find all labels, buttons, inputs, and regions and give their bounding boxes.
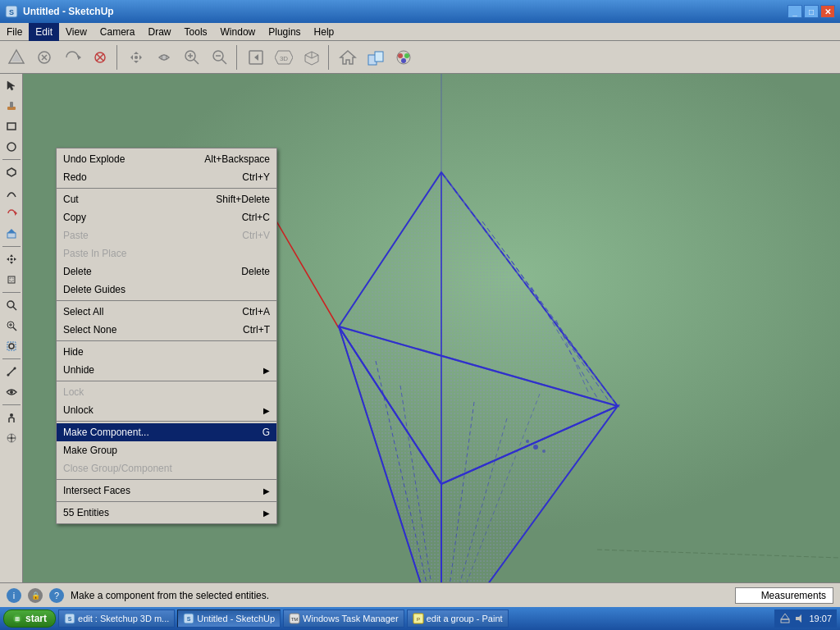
tool-polygon[interactable]	[2, 162, 21, 182]
toolbar-btn-3[interactable]	[59, 44, 85, 71]
app-icon: S	[5, 5, 18, 18]
toolbar-home[interactable]	[335, 44, 361, 71]
menu-plugins[interactable]: Plugins	[262, 23, 307, 41]
tool-move[interactable]	[2, 249, 21, 269]
taskbar-item-2[interactable]: S Untitled - SketchUp	[177, 609, 281, 628]
menu-window[interactable]: Window	[214, 23, 262, 41]
tool-circle[interactable]	[2, 137, 21, 157]
taskbar-item-3[interactable]: TM Windows Task Manager	[283, 609, 404, 628]
svg-text:TM: TM	[291, 617, 299, 622]
menu-unhide[interactable]: Unhide ▶	[57, 361, 276, 379]
menu-copy[interactable]: Copy Ctrl+C	[57, 208, 276, 226]
left-sep-4	[2, 358, 21, 359]
menu-camera[interactable]: Camera	[94, 23, 142, 41]
minimize-button[interactable]: _	[788, 5, 802, 18]
toolbar-materials[interactable]	[390, 44, 417, 71]
toolbar-btn-4[interactable]	[87, 44, 113, 71]
menu-select-none[interactable]: Select None Ctrl+T	[57, 321, 276, 339]
taskbar-tray: 19:07	[774, 609, 837, 628]
toolbar-components[interactable]	[363, 44, 389, 71]
toolbar-sep-3	[328, 45, 331, 70]
menu-lock: Lock	[57, 383, 276, 401]
toolbar-zoom-out[interactable]	[207, 44, 233, 71]
main-area: Undo Explode Alt+Backspace Redo Ctrl+Y C…	[0, 74, 840, 582]
left-sep-2	[2, 246, 21, 247]
toolbar-btn-1[interactable]	[3, 44, 30, 71]
menu-cut[interactable]: Cut Shift+Delete	[57, 190, 276, 208]
start-label: start	[25, 613, 47, 624]
menu-select-all[interactable]: Select All Ctrl+A	[57, 303, 276, 321]
menu-55-entities[interactable]: 55 Entities ▶	[57, 504, 276, 522]
tool-paint[interactable]	[2, 96, 21, 116]
tool-select[interactable]	[2, 75, 21, 95]
svg-point-82	[542, 450, 546, 453]
tool-pushpull[interactable]	[2, 224, 21, 244]
menu-file[interactable]: File	[0, 23, 29, 41]
toolbar-pan[interactable]	[123, 44, 149, 71]
menu-help[interactable]: Help	[308, 23, 341, 41]
toolbar-next-view[interactable]: 3D	[271, 44, 297, 71]
svg-rect-38	[10, 278, 13, 281]
menu-intersect-faces[interactable]: Intersect Faces ▶	[57, 482, 276, 500]
menu-unlock[interactable]: Unlock ▶	[57, 401, 276, 419]
menu-delete[interactable]: Delete Delete	[57, 262, 276, 281]
taskbar-item-1[interactable]: S edit : Sketchup 3D m...	[58, 609, 175, 628]
toolbar-btn-2[interactable]	[31, 44, 57, 71]
tool-zoom-window[interactable]	[2, 316, 21, 336]
svg-point-48	[7, 374, 9, 377]
tool-eye[interactable]	[2, 382, 21, 402]
toolbar-iso[interactable]	[299, 44, 325, 71]
svg-point-36	[10, 258, 12, 261]
svg-point-39	[7, 301, 14, 308]
toolbar-prev-view[interactable]	[243, 44, 269, 71]
tool-offset[interactable]	[2, 270, 21, 290]
status-message: Make a component from the selected entit…	[71, 590, 728, 601]
svg-marker-95	[796, 614, 801, 623]
menu-bar: File Edit View Camera Draw Tools Window …	[0, 23, 840, 41]
svg-rect-22	[375, 52, 383, 62]
maximize-button[interactable]: □	[804, 5, 819, 18]
close-button[interactable]: ✕	[820, 5, 835, 18]
svg-marker-35	[7, 229, 16, 233]
info-icon: i	[7, 588, 21, 603]
menu-edit[interactable]: Edit	[29, 23, 59, 41]
tool-zoom-extents[interactable]	[2, 336, 21, 356]
toolbar-zoom-in[interactable]	[179, 44, 205, 71]
svg-marker-17	[254, 54, 258, 61]
menu-view[interactable]: View	[59, 23, 94, 41]
svg-point-81	[526, 440, 529, 443]
svg-point-8	[162, 55, 167, 60]
taskbar-item-4[interactable]: P edit a group - Paint	[407, 609, 509, 628]
menu-tools[interactable]: Tools	[178, 23, 214, 41]
start-button[interactable]: ⊞ start	[3, 609, 56, 628]
tool-person[interactable]	[2, 408, 21, 427]
menu-redo[interactable]: Redo Ctrl+Y	[57, 168, 276, 186]
left-sep-5	[2, 404, 21, 405]
menu-draw[interactable]: Draw	[142, 23, 178, 41]
window-title: Untitled - SketchUp	[23, 6, 114, 17]
menu-undo-explode[interactable]: Undo Explode Alt+Backspace	[57, 150, 276, 168]
menu-section-undoredo: Undo Explode Alt+Backspace Redo Ctrl+Y	[57, 148, 276, 189]
tool-tape[interactable]	[2, 362, 21, 381]
tool-arc[interactable]	[2, 183, 21, 203]
svg-rect-37	[8, 276, 15, 283]
menu-delete-guides[interactable]: Delete Guides	[57, 281, 276, 299]
title-bar-controls[interactable]: _ □ ✕	[788, 5, 835, 18]
svg-text:3D: 3D	[280, 55, 288, 62]
menu-make-component[interactable]: Make Component... G	[57, 423, 276, 441]
tool-rotate[interactable]	[2, 203, 21, 223]
svg-point-31	[7, 143, 16, 151]
svg-text:P: P	[417, 617, 420, 622]
svg-rect-34	[7, 233, 16, 238]
measurements-box[interactable]: Measurements	[735, 587, 833, 604]
tool-axes[interactable]	[2, 428, 21, 448]
canvas-area[interactable]: Undo Explode Alt+Backspace Redo Ctrl+Y C…	[23, 74, 840, 582]
tool-zoom[interactable]	[2, 295, 21, 315]
tool-rectangle[interactable]	[2, 116, 21, 136]
svg-point-51	[10, 413, 13, 417]
svg-point-80	[533, 445, 538, 450]
toolbar-orbit[interactable]	[151, 44, 177, 71]
menu-make-group[interactable]: Make Group	[57, 441, 276, 459]
status-bar: i 🔒 ? Make a component from the selected…	[0, 582, 840, 607]
menu-hide[interactable]: Hide	[57, 343, 276, 361]
